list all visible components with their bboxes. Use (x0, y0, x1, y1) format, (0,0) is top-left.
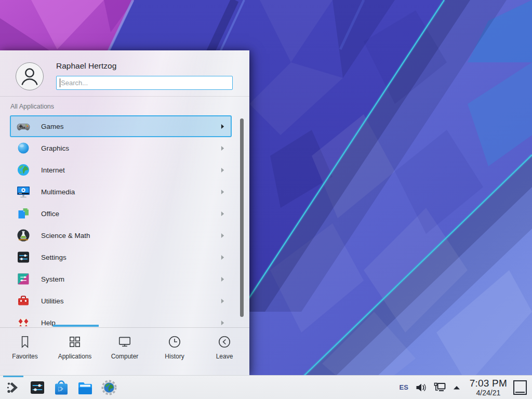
menu-item-system[interactable]: System (10, 268, 232, 290)
clock-icon (167, 335, 182, 349)
tab-label: Favorites (12, 353, 37, 360)
tray-expander-icon[interactable] (453, 385, 461, 390)
taskbar-discover[interactable] (52, 376, 71, 399)
menu-item-multimedia[interactable]: Multimedia (10, 181, 232, 203)
tab-computer[interactable]: Computer (100, 328, 150, 375)
menu-item-label: System (41, 275, 64, 283)
tab-label: History (165, 353, 184, 360)
menu-item-label: Settings (41, 254, 66, 261)
documents-icon (16, 206, 31, 221)
monitor-play-icon (16, 184, 31, 199)
folder-icon (77, 379, 94, 396)
lifebuoy-icon (16, 315, 31, 326)
system-sliders-icon (16, 272, 31, 286)
menu-item-label: Multimedia (41, 188, 75, 196)
taskbar-file-manager[interactable] (76, 376, 95, 399)
submenu-arrow-icon (221, 255, 224, 260)
taskbar: ES 7:03 PM (0, 375, 532, 399)
submenu-arrow-icon (221, 276, 224, 282)
tab-label: Leave (216, 353, 233, 360)
submenu-arrow-icon (221, 298, 224, 304)
toolbox-icon (16, 294, 31, 308)
bookmark-icon (18, 335, 32, 349)
application-launcher-menu: Raphael Hertzog All Applications Games (0, 50, 249, 375)
tab-label: Applications (58, 353, 92, 360)
sphere-icon (16, 141, 31, 155)
submenu-arrow-icon (221, 233, 224, 238)
system-tray: ES 7:03 PM (399, 378, 527, 396)
menu-item-utilities[interactable]: Utilities (10, 290, 232, 312)
volume-icon[interactable] (415, 382, 428, 393)
active-task-indicator (3, 376, 23, 377)
menu-item-label: Internet (41, 166, 65, 174)
tab-label: Computer (111, 353, 139, 360)
globe-gear-icon (101, 379, 117, 396)
globe-icon (16, 163, 31, 177)
user-name: Raphael Hertzog (56, 61, 116, 71)
tab-favorites[interactable]: Favorites (0, 328, 50, 375)
grid-icon (68, 335, 82, 349)
keyboard-layout-indicator[interactable]: ES (399, 383, 408, 391)
menu-scrollbar[interactable] (240, 118, 244, 317)
tab-leave[interactable]: Leave (200, 328, 249, 375)
menu-item-label: Science & Math (41, 232, 90, 240)
header-separator (0, 96, 249, 97)
section-label: All Applications (10, 103, 54, 110)
kde-menu-icon (5, 379, 22, 396)
menu-item-label: Games (41, 123, 64, 130)
computer-icon (117, 335, 132, 349)
menu-item-internet[interactable]: Internet (10, 159, 232, 181)
menu-item-label: Utilities (41, 297, 64, 305)
taskbar-web-browser[interactable] (100, 376, 118, 399)
flask-icon (16, 228, 31, 243)
network-icon[interactable] (433, 382, 447, 393)
submenu-arrow-icon (221, 211, 224, 217)
search-input[interactable] (56, 76, 233, 90)
menu-item-label: Office (41, 210, 59, 218)
tab-applications[interactable]: Applications (50, 328, 100, 375)
active-tab-indicator (53, 325, 99, 327)
launcher-footer-tabs: Favorites Applications Computer Hist (0, 328, 249, 375)
menu-item-help[interactable]: Help (10, 312, 232, 326)
user-avatar[interactable] (16, 62, 44, 90)
system-settings-icon (29, 379, 46, 396)
taskbar-system-settings[interactable] (28, 376, 47, 399)
search-field-wrap (56, 76, 233, 90)
desktop: Raphael Hertzog All Applications Games (0, 0, 532, 399)
submenu-arrow-icon (221, 145, 224, 151)
digital-clock[interactable]: 7:03 PM 4/24/21 (470, 378, 507, 396)
discover-bag-icon (53, 379, 70, 396)
submenu-arrow-icon (221, 320, 224, 326)
tab-history[interactable]: History (150, 328, 200, 375)
application-category-list: Games Graphics Internet (10, 115, 232, 326)
taskbar-application-launcher[interactable] (4, 376, 23, 399)
menu-item-science-math[interactable]: Science & Math (10, 224, 232, 246)
show-desktop-button[interactable] (513, 380, 527, 395)
submenu-arrow-icon (221, 167, 224, 173)
menu-item-label: Graphics (41, 144, 69, 152)
gamepad-icon (16, 119, 31, 134)
menu-item-games[interactable]: Games (10, 115, 232, 137)
menu-item-settings[interactable]: Settings (10, 246, 232, 268)
text-caret (60, 78, 60, 87)
leave-icon (217, 335, 232, 349)
submenu-arrow-icon (221, 124, 224, 129)
clock-date: 4/24/21 (470, 389, 507, 396)
sliders-icon (16, 250, 31, 264)
submenu-arrow-icon (221, 189, 224, 195)
clock-time: 7:03 PM (470, 378, 507, 388)
menu-item-graphics[interactable]: Graphics (10, 137, 232, 159)
menu-item-office[interactable]: Office (10, 203, 232, 224)
